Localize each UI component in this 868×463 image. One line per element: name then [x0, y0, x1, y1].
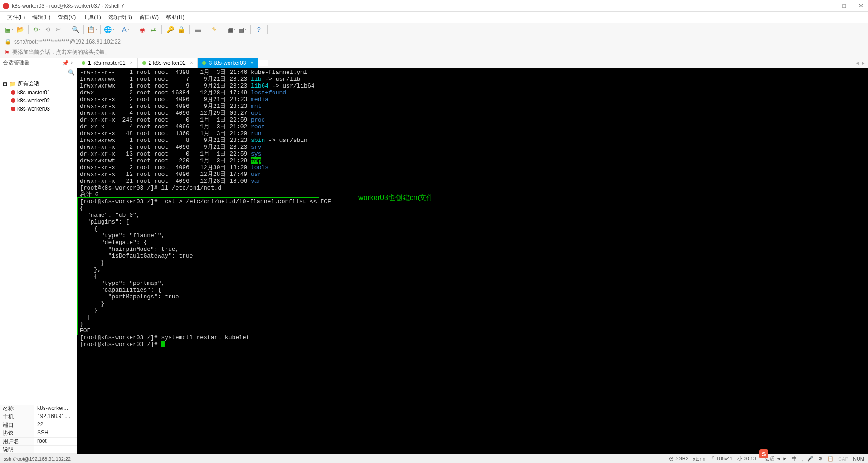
host-icon — [11, 107, 15, 111]
ime-item[interactable]: 中 — [792, 455, 797, 462]
pin-icon[interactable]: 📌 — [62, 60, 69, 66]
toolbar: ▣ 📂 ⟲ ⟲ ✂ 🔍 📋 🌐 A ◉ ⇄ 🔑 🔒 ▬ ✎ ▦ ▤ ? — [0, 23, 868, 36]
tree-root[interactable]: ⊟ 📁 所有会话 — [1, 79, 76, 88]
sidebar-close-icon[interactable]: × — [71, 60, 74, 66]
session-manager-sidebar: 会话管理器 📌 × 🔍 ⊟ 📁 所有会话 k8s-master01k8s-wor… — [0, 58, 77, 454]
property-row: 说明 — [0, 446, 77, 454]
tab-close-icon[interactable]: × — [130, 60, 133, 65]
close-button[interactable]: ✕ — [857, 2, 865, 9]
tab-close-icon[interactable]: × — [250, 60, 253, 65]
separator — [206, 25, 206, 34]
status-item: 小 30,13 — [737, 455, 756, 462]
status-dot-icon — [202, 61, 206, 65]
transfer-icon[interactable]: ⇄ — [149, 25, 158, 34]
session-label: k8s-worker02 — [17, 97, 50, 104]
sidebar-search-row: 🔍 — [0, 68, 77, 77]
session-item[interactable]: k8s-worker02 — [9, 97, 76, 105]
terminal-icon[interactable]: ▬ — [193, 25, 202, 34]
property-key: 端口 — [0, 421, 34, 429]
property-row: 主机192.168.91.... — [0, 413, 77, 421]
ime-item[interactable]: 🎤 — [807, 456, 814, 462]
xshell-icon[interactable]: ◉ — [138, 25, 147, 34]
ime-item[interactable]: 📋 — [827, 456, 834, 462]
ime-item[interactable]: ⚙ — [818, 456, 823, 462]
property-row: 协议SSH — [0, 429, 77, 438]
status-dot-icon — [82, 61, 85, 65]
separator — [267, 25, 268, 34]
open-icon[interactable]: 📂 — [15, 25, 24, 34]
disconnect-icon[interactable]: ⟲ — [43, 25, 52, 34]
highlight-icon[interactable]: ✎ — [210, 25, 219, 34]
separator — [100, 25, 101, 34]
menu-item[interactable]: 工具(T) — [80, 13, 103, 22]
status-dot-icon — [142, 61, 146, 65]
session-item[interactable]: k8s-master01 — [9, 88, 76, 97]
status-item: ㉿ SSH2 — [669, 455, 688, 462]
tab-prev-icon[interactable]: ◄ — [854, 60, 860, 66]
separator — [250, 25, 251, 34]
property-key: 主机 — [0, 413, 34, 421]
session-tab[interactable]: 3 k8s-worker03× — [198, 58, 258, 68]
layout2-icon[interactable]: ▤ — [238, 25, 247, 34]
host-icon — [11, 98, 15, 103]
hint-bar: ⚑ 要添加当前会话，点击左侧的箭头按钮。 — [0, 47, 868, 58]
maximize-button[interactable]: □ — [840, 2, 848, 9]
property-value: 192.168.91.... — [34, 413, 77, 421]
flag-icon: ⚑ — [5, 49, 10, 56]
font-icon[interactable]: A — [121, 25, 130, 34]
title-bar: k8s-worker03 - root@k8s-worker03:/ - Xsh… — [0, 0, 868, 12]
app-logo-icon — [3, 3, 9, 9]
annotation-text: worker03也创建cni文件 — [358, 194, 434, 201]
search-icon[interactable]: 🔍 — [68, 69, 75, 76]
layout-icon[interactable]: ▦ — [227, 25, 236, 34]
separator — [83, 25, 84, 34]
copy-icon[interactable]: 📋 — [88, 25, 97, 34]
session-tab[interactable]: 2 k8s-worker02× — [138, 58, 198, 68]
separator — [189, 25, 190, 34]
minimize-button[interactable]: — — [822, 2, 831, 9]
address-text[interactable]: ssh://root:***************@192.168.91.10… — [14, 39, 121, 45]
separator — [223, 25, 223, 34]
lock-icon[interactable]: 🔒 — [176, 25, 185, 34]
sidebar-controls: 📌 × — [62, 60, 74, 66]
tab-add-button[interactable]: + — [258, 60, 268, 66]
menu-item[interactable]: 文件(F) — [5, 13, 28, 22]
collapse-icon: ⊟ — [3, 81, 7, 87]
separator — [134, 25, 134, 34]
status-item: xterm — [693, 456, 706, 462]
tab-close-icon[interactable]: × — [190, 60, 193, 65]
tab-next-icon[interactable]: ► — [861, 60, 866, 66]
window-controls: — □ ✕ — [822, 2, 865, 9]
content-area: 1 k8s-master01×2 k8s-worker02×3 k8s-work… — [77, 58, 868, 454]
root-label: 所有会话 — [18, 80, 39, 88]
search-icon[interactable]: 🔍 — [71, 25, 80, 34]
num-indicator: NUM — [853, 456, 864, 462]
property-value: k8s-worker... — [34, 405, 77, 413]
property-key: 用户名 — [0, 438, 34, 445]
main-area: 会话管理器 📌 × 🔍 ⊟ 📁 所有会话 k8s-master01k8s-wor… — [0, 58, 868, 454]
menu-bar: 文件(F)编辑(E)查看(V)工具(T)选项卡(B)窗口(W)帮助(H) — [0, 12, 868, 23]
ime-indicator[interactable]: S — [759, 449, 768, 458]
separator — [67, 25, 67, 34]
terminal[interactable]: -rw-r--r-- 1 root root 4398 1月 3日 21:46 … — [77, 68, 868, 454]
menu-item[interactable]: 编辑(E) — [29, 13, 53, 22]
session-label: k8s-master01 — [17, 89, 50, 96]
status-left: ssh://root@192.168.91.102:22 — [4, 456, 71, 462]
globe-icon[interactable]: 🌐 — [104, 25, 113, 34]
tab-label: 3 k8s-worker03 — [209, 60, 246, 66]
menu-item[interactable]: 查看(V) — [55, 13, 78, 22]
new-session-icon[interactable]: ▣ — [5, 25, 14, 34]
reconnect-icon[interactable]: ⟲ — [32, 25, 41, 34]
menu-item[interactable]: 窗口(W) — [137, 13, 161, 22]
key-icon[interactable]: 🔑 — [166, 25, 175, 34]
ime-item[interactable]: , — [801, 456, 803, 462]
menu-item[interactable]: 选项卡(B) — [106, 13, 135, 22]
address-bar: 🔒 ssh://root:***************@192.168.91.… — [0, 36, 868, 47]
session-item[interactable]: k8s-worker03 — [9, 105, 76, 113]
session-tab[interactable]: 1 k8s-master01× — [77, 58, 138, 68]
cut-icon[interactable]: ✂ — [54, 25, 63, 34]
menu-item[interactable]: 帮助(H) — [163, 13, 187, 22]
separator — [28, 25, 29, 34]
help-icon[interactable]: ? — [254, 25, 263, 34]
host-icon — [11, 90, 15, 95]
